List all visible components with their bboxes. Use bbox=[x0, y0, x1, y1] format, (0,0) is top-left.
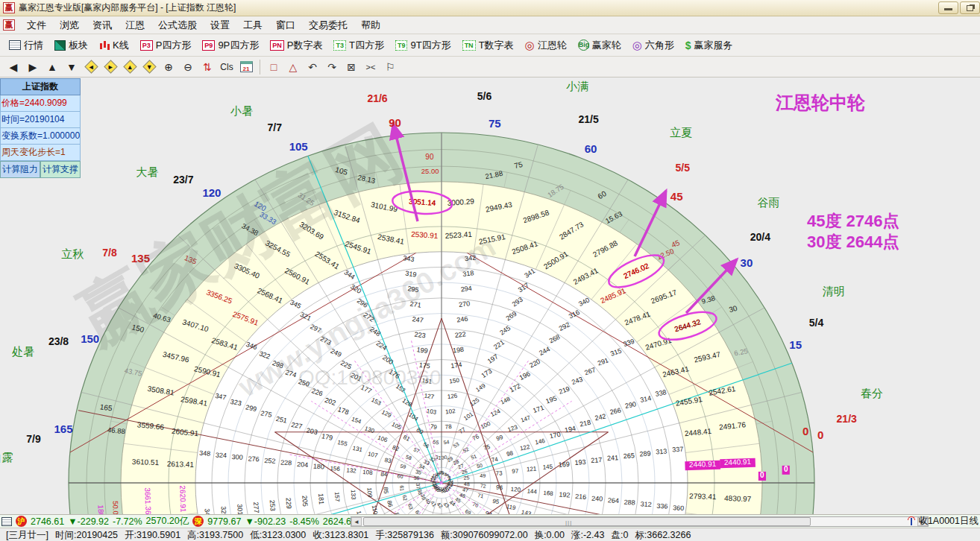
updown-icon[interactable]: ⇅ bbox=[198, 59, 216, 75]
quote-grid-icon[interactable] bbox=[1, 517, 12, 526]
calendar-icon[interactable]: 21 bbox=[237, 59, 255, 75]
nav-left-icon[interactable]: ◀ bbox=[4, 59, 22, 75]
svg-text:324: 324 bbox=[216, 451, 227, 459]
toolbar-label: P四方形 bbox=[156, 39, 192, 52]
svg-text:71: 71 bbox=[477, 493, 484, 499]
toolbar-button-K线[interactable]: K线 bbox=[95, 37, 134, 54]
sh-change: ▼-229.92 bbox=[68, 516, 109, 527]
panel-row-0: 价格=2440.9099 bbox=[0, 95, 81, 112]
menu-item-2[interactable]: 资讯 bbox=[86, 18, 119, 32]
menu-item-4[interactable]: 公式选股 bbox=[151, 18, 204, 32]
calc-resistance-button[interactable]: 计算阻力 bbox=[0, 161, 40, 178]
svg-text:121: 121 bbox=[527, 466, 537, 473]
toolbar-button-9T四方形[interactable]: T99T四方形 bbox=[391, 37, 456, 54]
menu-item-5[interactable]: 设置 bbox=[204, 18, 236, 32]
toolbar-button-赢家轮[interactable]: Big赢家轮 bbox=[574, 37, 626, 54]
toolbar-label: 9T四方形 bbox=[410, 39, 450, 52]
menu-item-6[interactable]: 工具 bbox=[236, 18, 269, 32]
svg-text:120: 120 bbox=[511, 486, 521, 493]
toolbar-button-板块[interactable]: 板块 bbox=[50, 37, 92, 54]
shrink-icon[interactable]: >< bbox=[362, 59, 380, 75]
cls-button[interactable]: Cls bbox=[218, 59, 236, 75]
rotate-ccw-icon[interactable]: ↶ bbox=[304, 59, 321, 75]
svg-text:336: 336 bbox=[656, 502, 668, 510]
svg-text:103: 103 bbox=[426, 408, 437, 416]
nav-right-icon[interactable]: ▶ bbox=[24, 59, 42, 75]
triangle-tool-icon[interactable]: △ bbox=[284, 59, 302, 75]
menu-item-3[interactable]: 江恩 bbox=[119, 18, 151, 32]
menu-item-9[interactable]: 帮助 bbox=[354, 18, 387, 32]
toolbar-button-T数字表[interactable]: TNT数字表 bbox=[458, 37, 518, 54]
svg-text:180: 180 bbox=[97, 504, 105, 514]
toolbar-button-T四方形[interactable]: T3T四方形 bbox=[329, 37, 388, 54]
horizontal-scrollbar[interactable]: ◄ ||| ► bbox=[351, 516, 929, 527]
step-down-icon[interactable]: ▼ bbox=[140, 59, 158, 75]
menu-item-8[interactable]: 交易委托 bbox=[302, 18, 354, 32]
scrollbar-thumb[interactable]: ||| bbox=[363, 517, 811, 526]
toolbar-label: 赢家服务 bbox=[694, 39, 733, 52]
step-right-icon[interactable]: ► bbox=[101, 59, 119, 75]
svg-text:246: 246 bbox=[456, 315, 468, 324]
svg-text:150: 150 bbox=[449, 377, 460, 385]
gann-wheel-icon: ◎ bbox=[525, 40, 535, 51]
gann-wheel[interactable]: 1234567891011121314151617181920212223242… bbox=[0, 77, 980, 514]
svg-text:126: 126 bbox=[447, 392, 458, 400]
svg-text:35: 35 bbox=[415, 469, 421, 475]
svg-text:217: 217 bbox=[591, 456, 603, 464]
svg-text:205: 205 bbox=[301, 496, 309, 507]
svg-text:228: 228 bbox=[280, 458, 292, 466]
svg-text:4830.97: 4830.97 bbox=[724, 494, 752, 503]
svg-text:25: 25 bbox=[463, 475, 469, 481]
step-left-icon[interactable]: ◄ bbox=[82, 59, 100, 75]
svg-text:192: 192 bbox=[559, 491, 571, 499]
toolbar-button-赢家服务[interactable]: $赢家服务 bbox=[681, 37, 738, 54]
toolbar-label: 板块 bbox=[69, 39, 88, 52]
svg-text:23/8: 23/8 bbox=[48, 335, 69, 347]
svg-text:108: 108 bbox=[362, 469, 373, 476]
infobar-field-0: [三月廿一] bbox=[6, 529, 48, 541]
blocks-icon bbox=[54, 40, 66, 51]
kline-icon bbox=[99, 40, 110, 51]
svg-text:265: 265 bbox=[623, 452, 635, 460]
toolbar-button-江恩轮[interactable]: ◎江恩轮 bbox=[521, 37, 571, 54]
toolbar-button-行情[interactable]: 行情 bbox=[4, 37, 48, 54]
expand-icon[interactable]: ⊠ bbox=[342, 59, 360, 75]
restore-button[interactable] bbox=[960, 1, 980, 14]
svg-text:24: 24 bbox=[447, 479, 453, 484]
toolbar-button-9P四方形[interactable]: P99P四方形 bbox=[198, 37, 263, 54]
toolbar-button-六角形[interactable]: ◎六角形 bbox=[628, 37, 679, 54]
sz-amount: 2624.6 bbox=[323, 516, 351, 527]
svg-text:102: 102 bbox=[445, 408, 456, 416]
minimize-button[interactable] bbox=[938, 1, 958, 14]
menu-item-1[interactable]: 浏览 bbox=[53, 18, 86, 32]
toolbar-button-P四方形[interactable]: P3P四方形 bbox=[136, 37, 196, 54]
network-antenna-icon bbox=[907, 516, 916, 526]
zoom-out-icon[interactable]: ⊖ bbox=[179, 59, 197, 75]
step-up-icon[interactable]: ▲ bbox=[121, 59, 139, 75]
zoom-in-icon[interactable]: ⊕ bbox=[160, 59, 178, 75]
nav-up-icon[interactable]: ▲ bbox=[43, 59, 61, 75]
quote-info-bar: [三月廿一]时间:20190425开:3190.5901高:3193.7500低… bbox=[0, 528, 980, 541]
rect-tool-icon[interactable]: □ bbox=[265, 59, 283, 75]
menu-item-0[interactable]: 文件 bbox=[20, 18, 53, 32]
toolbar-button-P数字表[interactable]: PNP数字表 bbox=[266, 37, 327, 54]
nav-down-icon[interactable]: ▼ bbox=[63, 59, 81, 75]
menu-item-7[interactable]: 窗口 bbox=[269, 18, 302, 32]
reading-30deg-annotation: 30度 2644点 bbox=[807, 231, 899, 253]
svg-text:97: 97 bbox=[512, 468, 519, 475]
svg-text:0: 0 bbox=[817, 428, 823, 441]
svg-text:253: 253 bbox=[268, 499, 277, 511]
svg-text:276: 276 bbox=[248, 455, 260, 463]
svg-text:300: 300 bbox=[231, 453, 243, 461]
calc-support-button[interactable]: 计算支撑 bbox=[40, 161, 81, 178]
sz-pct: -8.45% bbox=[289, 516, 319, 527]
svg-text:47: 47 bbox=[462, 487, 468, 493]
menu-logo-icon: 赢 bbox=[3, 19, 15, 31]
title-bar: 赢 赢家江恩专业版[赢家内部服务平台] - [上证指数 江恩轮] bbox=[0, 0, 980, 16]
symbol-title: 上证指数 bbox=[0, 78, 81, 95]
drawing-toolbar: ◀▶▲▼◄►▲▼⊕⊖⇅Cls21□△↶↷⊠><⚐ bbox=[0, 57, 980, 77]
pin-icon[interactable]: ⚐ bbox=[381, 59, 399, 75]
panel-row-3: 周天变化步长=1 bbox=[0, 145, 81, 161]
scroll-left-icon[interactable]: ◄ bbox=[351, 517, 362, 526]
rotate-cw-icon[interactable]: ↷ bbox=[323, 59, 341, 75]
